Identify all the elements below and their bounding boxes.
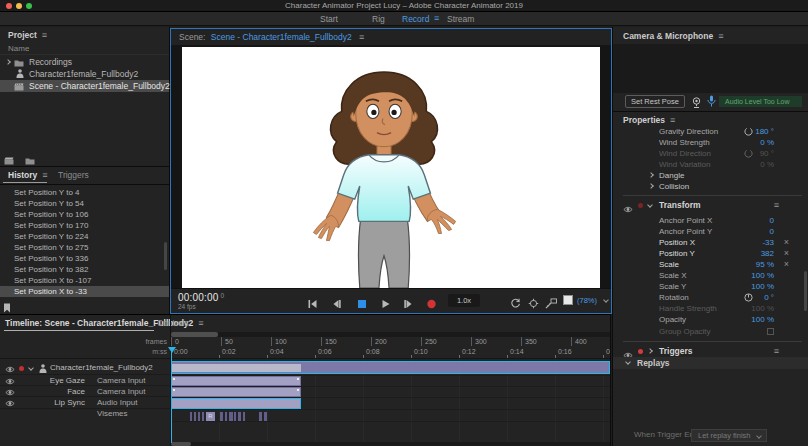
timeline-horizontal-scrollbar[interactable] bbox=[171, 442, 610, 446]
properties-scrollbar[interactable] bbox=[804, 271, 807, 311]
timeline-panel-menu-icon[interactable]: ≡ bbox=[198, 318, 203, 328]
tab-stream[interactable]: Stream bbox=[447, 14, 474, 24]
property-value[interactable]: -33 bbox=[714, 237, 774, 248]
collapse-chevron-icon[interactable] bbox=[647, 202, 653, 208]
replays-section-header[interactable]: Replays bbox=[613, 357, 808, 369]
property-value[interactable]: 0 bbox=[714, 215, 774, 226]
history-item[interactable]: Set Position Y to 170 bbox=[0, 220, 169, 231]
scene-panel-menu-icon[interactable]: ≡ bbox=[359, 32, 364, 42]
character-artwork[interactable] bbox=[308, 64, 460, 288]
history-item[interactable]: Set Position Y to 4 bbox=[0, 187, 169, 198]
transform-menu-icon[interactable]: ≡ bbox=[774, 199, 779, 211]
track-header-puppet[interactable]: Character1female_Fullbody2 bbox=[0, 361, 170, 375]
expand-chevron-icon[interactable] bbox=[5, 59, 11, 65]
property-value[interactable]: 0 % bbox=[714, 137, 774, 148]
viewport-zoom-level[interactable]: (78%) bbox=[577, 296, 597, 305]
property-value[interactable]: 0 ° bbox=[714, 292, 774, 303]
triggers-menu-icon[interactable]: ≡ bbox=[774, 345, 779, 357]
track-lanes[interactable]: R bbox=[171, 359, 610, 443]
previous-frame-button[interactable] bbox=[331, 295, 343, 306]
property-group-dangle[interactable]: Dangle bbox=[613, 170, 808, 181]
stop-button[interactable] bbox=[356, 295, 368, 306]
reset-property-icon[interactable]: × bbox=[784, 248, 789, 259]
arm-for-record-dot[interactable] bbox=[638, 349, 643, 354]
property-value[interactable]: 382 bbox=[714, 248, 774, 259]
viseme-block[interactable] bbox=[194, 412, 196, 421]
viseme-block[interactable] bbox=[238, 412, 241, 421]
arm-for-record-dot[interactable] bbox=[638, 203, 643, 208]
property-value[interactable]: 180 ° bbox=[714, 126, 774, 137]
history-item[interactable]: Set Position Y to 106 bbox=[0, 209, 169, 220]
next-frame-button[interactable] bbox=[403, 295, 415, 306]
collapse-chevron-icon[interactable] bbox=[28, 365, 34, 371]
viseme-block[interactable] bbox=[264, 412, 267, 421]
viseme-block[interactable] bbox=[190, 412, 192, 421]
viseme-block[interactable]: R bbox=[206, 412, 215, 421]
viseme-block[interactable] bbox=[259, 412, 262, 421]
viseme-block[interactable] bbox=[220, 412, 223, 421]
group-opacity-checkbox[interactable] bbox=[767, 328, 774, 335]
viseme-block[interactable] bbox=[229, 412, 233, 421]
project-item-recordings[interactable]: Recordings bbox=[0, 56, 169, 68]
transform-section-header[interactable]: Transform ≡ bbox=[613, 199, 808, 211]
microphone-icon[interactable] bbox=[707, 94, 716, 112]
take-bar-face[interactable] bbox=[171, 387, 301, 397]
property-value[interactable]: 0 % bbox=[714, 159, 774, 170]
zoom-dropdown-chevron-icon[interactable] bbox=[602, 295, 612, 307]
project-item-scene[interactable]: Scene - Character1female_Fullbody2 bbox=[0, 80, 169, 92]
take-bar-eye-gaze[interactable] bbox=[171, 376, 301, 386]
property-value[interactable]: 100 % bbox=[714, 270, 774, 281]
workspace-menu-icon[interactable]: ≡ bbox=[434, 13, 439, 23]
reset-property-icon[interactable]: × bbox=[784, 259, 789, 270]
property-value[interactable]: 100 % bbox=[714, 314, 774, 325]
snapshot-panel-icon[interactable] bbox=[545, 295, 557, 306]
tab-controls[interactable]: Controls bbox=[157, 318, 189, 328]
history-item[interactable]: Set Position Y to 275 bbox=[0, 242, 169, 253]
track-header-lip-sync[interactable]: Lip Sync Audio Input bbox=[0, 397, 170, 409]
tab-history[interactable]: History≡ bbox=[8, 170, 48, 180]
viseme-block[interactable] bbox=[225, 412, 227, 421]
property-value[interactable]: 100 % bbox=[714, 281, 774, 292]
take-bar-puppet[interactable] bbox=[171, 361, 610, 374]
tab-triggers[interactable]: Triggers bbox=[58, 170, 89, 180]
expand-chevron-icon[interactable] bbox=[648, 172, 654, 178]
history-item[interactable]: Set Position Y to 382 bbox=[0, 264, 169, 275]
collapse-chevron-icon[interactable] bbox=[625, 359, 631, 365]
eye-icon[interactable] bbox=[623, 202, 633, 214]
project-item-puppet[interactable]: Character1female_Fullbody2 bbox=[0, 68, 169, 80]
go-to-start-button[interactable] bbox=[307, 295, 319, 306]
history-item[interactable]: Set Position X to -107 bbox=[0, 275, 169, 286]
track-header-visemes[interactable]: Visemes bbox=[0, 409, 170, 419]
viseme-block[interactable] bbox=[198, 412, 200, 421]
timeline-scrollbar-thumb[interactable] bbox=[171, 442, 191, 446]
camera-mic-panel-menu-icon[interactable]: ≡ bbox=[718, 31, 723, 41]
history-item-selected[interactable]: Set Position X to -33 bbox=[0, 286, 169, 297]
new-folder-icon[interactable] bbox=[25, 151, 35, 168]
history-item[interactable]: Set Position Y to 224 bbox=[0, 231, 169, 242]
history-panel-menu-icon[interactable]: ≡ bbox=[42, 170, 47, 180]
ruler-frames-lane[interactable]: 050100150200250300350400 bbox=[171, 337, 610, 347]
history-scrollbar[interactable] bbox=[164, 242, 167, 270]
property-group-collision[interactable]: Collision bbox=[613, 181, 808, 192]
track-header-eye-gaze[interactable]: Eye Gaze Camera Input bbox=[0, 375, 170, 386]
loop-playback-icon[interactable] bbox=[510, 295, 522, 306]
crosshair-icon[interactable] bbox=[528, 295, 540, 306]
triggers-section-header[interactable]: Triggers ≡ bbox=[613, 345, 808, 357]
expand-chevron-icon[interactable] bbox=[647, 348, 653, 354]
when-trigger-ends-dropdown[interactable]: Let replay finish bbox=[691, 429, 767, 442]
arm-for-record-dot[interactable] bbox=[19, 366, 24, 371]
scene-name-link[interactable]: Scene - Character1female_Fullbody2 bbox=[211, 32, 352, 42]
playhead-marker[interactable] bbox=[168, 347, 176, 357]
track-header-face[interactable]: Face Camera Input bbox=[0, 386, 170, 397]
tab-record[interactable]: Record bbox=[402, 14, 429, 24]
property-value[interactable]: 90 ° bbox=[714, 148, 774, 159]
viseme-block[interactable] bbox=[202, 412, 204, 421]
ruler-time-lane[interactable]: 0:000:020:040:060:080:100:120:140:160:18 bbox=[171, 347, 610, 358]
reset-property-icon[interactable]: × bbox=[784, 237, 789, 248]
background-color-swatch[interactable] bbox=[563, 295, 573, 305]
tab-rig[interactable]: Rig bbox=[372, 14, 385, 24]
history-item[interactable]: Set Position Y to 54 bbox=[0, 198, 169, 209]
properties-panel-menu-icon[interactable]: ≡ bbox=[670, 115, 675, 125]
play-button[interactable] bbox=[380, 295, 392, 306]
record-button[interactable] bbox=[426, 295, 438, 306]
